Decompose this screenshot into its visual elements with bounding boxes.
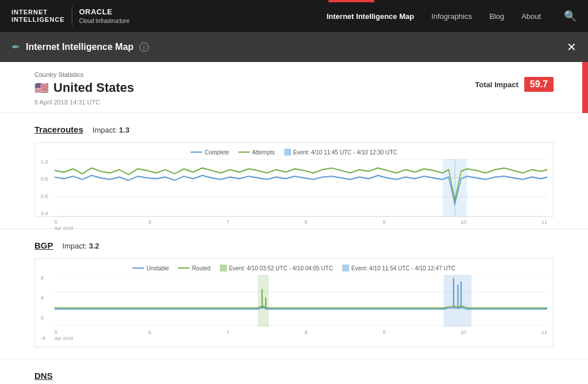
sub-header-title: Internet Intelligence Map: [26, 42, 134, 52]
traceroutes-title: Traceroutes: [34, 125, 83, 134]
traceroutes-x-axis: 5Apr 2018 6 7 8 9 10 11: [55, 219, 547, 231]
sub-header: ✒ Internet Intelligence Map i ✕: [0, 32, 588, 62]
bgp-legend-routed: Routed: [178, 265, 210, 271]
bgp-legend-unstable-label: Unstable: [146, 265, 169, 271]
bgp-x-label-6: 6: [148, 329, 151, 341]
red-sidebar-indicator: [582, 62, 588, 113]
country-name: United States: [53, 80, 134, 95]
bgp-title-row: BGP Impact: 3.2: [34, 241, 554, 250]
svg-rect-10: [258, 275, 269, 327]
bgp-y-axis: 8 4 0 -4: [41, 275, 55, 341]
legend-event: Event: 4/10 11:45 UTC - 4/10 12:30 UTC: [284, 149, 397, 156]
logo-section: INTERNET INTELLIGENCE ORACLE Cloud Infra…: [11, 6, 130, 26]
main-content: Country Statistics 🇺🇸 United States 8 Ap…: [0, 62, 588, 384]
x-label-6: 6: [148, 219, 151, 231]
bgp-x-axis: 5Apr 2018 6 7 8 9 10 11: [55, 329, 547, 341]
legend-event-label: Event: 4/10 11:45 UTC - 4/10 12:30 UTC: [293, 149, 397, 156]
x-label-7: 7: [226, 219, 229, 231]
x-label-10: 10: [461, 219, 466, 231]
nav-link-map[interactable]: Internet Intelligence Map: [327, 12, 414, 21]
bgp-x-label-7: 7: [226, 329, 229, 341]
bgp-legend-event1: Event: 4/10 03:52 UTC - 4/10 04:05 UTC: [220, 265, 333, 271]
country-info: Country Statistics 🇺🇸 United States 8 Ap…: [34, 71, 134, 106]
bgp-legend-event1-label: Event: 4/10 03:52 UTC - 4/10 04:05 UTC: [229, 265, 333, 271]
country-header: Country Statistics 🇺🇸 United States 8 Ap…: [0, 62, 588, 113]
nav-link-infographics[interactable]: Infographics: [431, 12, 472, 21]
map-icon: ✒: [11, 41, 20, 53]
traceroutes-impact: Impact: 1.3: [92, 126, 129, 134]
search-icon[interactable]: 🔍: [564, 10, 577, 22]
bgp-x-label-9: 9: [382, 329, 385, 341]
total-impact: Total Impact 59.7: [475, 77, 554, 92]
legend-attempts: Attempts: [238, 149, 274, 156]
dns-section: DNS Queries: [0, 359, 588, 384]
nav-link-about[interactable]: About: [521, 12, 541, 21]
x-label-5: 5Apr 2018: [55, 219, 73, 231]
top-navigation: INTERNET INTELLIGENCE ORACLE Cloud Infra…: [0, 0, 588, 32]
bgp-x-label-10: 10: [461, 329, 466, 341]
x-label-8: 8: [304, 219, 307, 231]
legend-complete-label: Complete: [204, 149, 229, 156]
legend-complete: Complete: [191, 149, 229, 156]
traceroutes-title-row: Traceroutes Impact: 1.3: [34, 125, 554, 134]
internet-intelligence-logo: INTERNET INTELLIGENCE: [11, 9, 65, 24]
country-stats-label: Country Statistics: [34, 71, 134, 78]
country-flag: 🇺🇸: [34, 81, 49, 95]
bgp-x-label-11: 11: [541, 329, 547, 341]
bgp-svg: [55, 275, 547, 327]
bgp-impact: Impact: 3.2: [63, 242, 99, 250]
traceroutes-chart: Complete Attempts Event: 4/10 11:45 UTC …: [34, 142, 554, 217]
nav-links: Internet Intelligence Map Infographics B…: [327, 10, 577, 22]
sub-header-left: ✒ Internet Intelligence Map i: [11, 41, 149, 53]
bgp-legend-unstable: Unstable: [133, 265, 169, 271]
traceroutes-section: Traceroutes Impact: 1.3 Complete Attempt…: [0, 113, 588, 229]
logo-divider: [72, 6, 72, 26]
bgp-title: BGP: [34, 241, 53, 250]
traceroutes-y-axis: 1.0 0.8 0.6 0.4: [41, 159, 55, 216]
x-label-9: 9: [382, 219, 385, 231]
total-impact-value: 59.7: [524, 77, 554, 92]
info-icon[interactable]: i: [140, 42, 149, 52]
traceroutes-legend: Complete Attempts Event: 4/10 11:45 UTC …: [41, 149, 547, 156]
close-button[interactable]: ✕: [567, 40, 577, 54]
traceroutes-svg: [55, 159, 547, 216]
bgp-chart-inner: 5Apr 2018 6 7 8 9 10 11: [55, 275, 547, 341]
bgp-legend-event2-label: Event: 4/10 11:54 UTC - 4/10 12:47 UTC: [351, 265, 455, 271]
bgp-legend-event2: Event: 4/10 11:54 UTC - 4/10 12:47 UTC: [342, 265, 455, 271]
active-nav-indicator: [328, 0, 374, 2]
country-date: 8 April 2018 14:31 UTC: [34, 99, 134, 106]
bgp-legend: Unstable Routed Event: 4/10 03:52 UTC - …: [41, 265, 547, 271]
oracle-logo: ORACLE Cloud Infrastructure: [79, 7, 130, 25]
traceroutes-chart-inner: 5Apr 2018 6 7 8 9 10 11: [55, 159, 547, 216]
dns-title: DNS: [34, 371, 53, 381]
total-impact-label: Total Impact: [475, 80, 519, 89]
bgp-section: BGP Impact: 3.2 Unstable Routed Event: 4…: [0, 229, 588, 359]
traceroutes-chart-area: 1.0 0.8 0.6 0.4: [41, 159, 547, 216]
country-header-wrapper: Country Statistics 🇺🇸 United States 8 Ap…: [0, 62, 588, 113]
x-label-11: 11: [541, 219, 547, 231]
bgp-x-label-8: 8: [304, 329, 307, 341]
legend-attempts-label: Attempts: [252, 149, 274, 156]
bgp-chart: Unstable Routed Event: 4/10 03:52 UTC - …: [34, 258, 554, 347]
bgp-legend-routed-label: Routed: [192, 265, 210, 271]
country-name-row: 🇺🇸 United States: [34, 80, 134, 95]
nav-link-blog[interactable]: Blog: [489, 12, 504, 21]
dns-title-row: DNS: [34, 371, 554, 381]
bgp-chart-area: 8 4 0 -4: [41, 275, 547, 341]
bgp-x-label-5: 5Apr 2018: [55, 329, 73, 341]
